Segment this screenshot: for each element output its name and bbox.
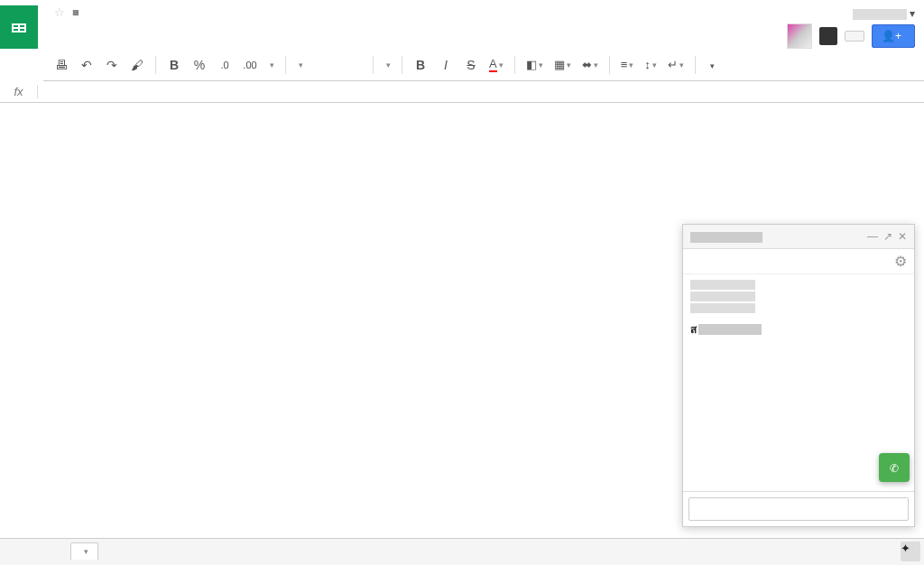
borders-dropdown[interactable]: ▦▾ xyxy=(550,58,575,71)
chat-settings-icon[interactable]: ⚙ xyxy=(894,254,907,269)
chat-minimize-icon[interactable]: — xyxy=(867,230,878,243)
bold-button[interactable]: B xyxy=(410,54,431,76)
wrap-icon: ↵ xyxy=(668,58,678,71)
explore-button[interactable]: ✦ xyxy=(901,542,920,561)
sheets-logo[interactable] xyxy=(0,5,38,49)
decrease-decimal-icon[interactable]: .0 xyxy=(214,54,236,76)
fx-label: fx xyxy=(0,85,38,98)
sheet-tab-1[interactable]: ▾ xyxy=(70,542,98,560)
svg-rect-5 xyxy=(18,23,20,32)
person-add-icon: 👤+ xyxy=(882,30,901,42)
svg-rect-6 xyxy=(24,23,26,32)
fill-icon: ◧ xyxy=(526,58,537,71)
print-icon[interactable]: 🖶 xyxy=(51,54,72,76)
account-email[interactable]: ▾ xyxy=(787,7,915,20)
share-button[interactable]: 👤+ xyxy=(872,24,915,48)
paint-format-icon[interactable]: 🖌 xyxy=(126,54,148,76)
valign-icon: ↕ xyxy=(644,58,651,71)
font-size-dropdown[interactable]: ▾ xyxy=(381,60,394,69)
percent-icon[interactable]: % xyxy=(189,54,210,76)
star-icon[interactable]: ☆ xyxy=(54,5,65,19)
formula-input[interactable] xyxy=(38,85,924,98)
increase-decimal-icon[interactable]: .00 xyxy=(239,54,261,76)
text-color-dropdown[interactable]: A▾ xyxy=(485,57,507,72)
fill-color-dropdown[interactable]: ◧▾ xyxy=(522,58,547,71)
chat-input[interactable] xyxy=(688,497,909,521)
chat-close-icon[interactable]: ✕ xyxy=(898,230,907,243)
company-badge[interactable]: ✆ xyxy=(879,453,910,482)
collaborator-avatar[interactable] xyxy=(787,23,812,49)
comments-button[interactable] xyxy=(845,31,864,42)
redo-icon[interactable]: ↷ xyxy=(101,54,123,76)
font-dropdown[interactable]: ▾ xyxy=(293,60,365,69)
merge-icon: ⬌ xyxy=(582,58,592,71)
chat-sender: ส xyxy=(690,320,763,338)
svg-rect-4 xyxy=(12,23,14,32)
italic-button[interactable]: I xyxy=(435,54,457,76)
chat-icon[interactable] xyxy=(819,27,837,45)
phone-icon: ✆ xyxy=(890,462,899,475)
align-left-icon: ≡ xyxy=(621,58,628,71)
halign-dropdown[interactable]: ≡▾ xyxy=(617,58,638,71)
chat-title[interactable] xyxy=(690,230,867,243)
strike-button[interactable]: S xyxy=(460,54,482,76)
valign-dropdown[interactable]: ↕▾ xyxy=(641,58,661,71)
toolbar: 🖶 ↶ ↷ 🖌 B % .0 .00 ▾ ▾ ▾ B I S A▾ ◧▾ ▦▾ … xyxy=(43,49,924,81)
sheet-tab-bar: ▾ ✦ xyxy=(0,538,924,565)
chat-popout-icon[interactable]: ↗ xyxy=(883,230,892,243)
number-format-dropdown[interactable]: ▾ xyxy=(264,60,278,69)
more-tools[interactable]: ▾ xyxy=(710,58,715,71)
bold-icon[interactable]: B xyxy=(163,54,185,76)
undo-icon[interactable]: ↶ xyxy=(76,54,97,76)
wrap-dropdown[interactable]: ↵▾ xyxy=(664,58,688,71)
border-icon: ▦ xyxy=(554,58,565,71)
merge-dropdown[interactable]: ⬌▾ xyxy=(578,58,602,71)
folder-icon[interactable]: ■ xyxy=(72,5,79,19)
